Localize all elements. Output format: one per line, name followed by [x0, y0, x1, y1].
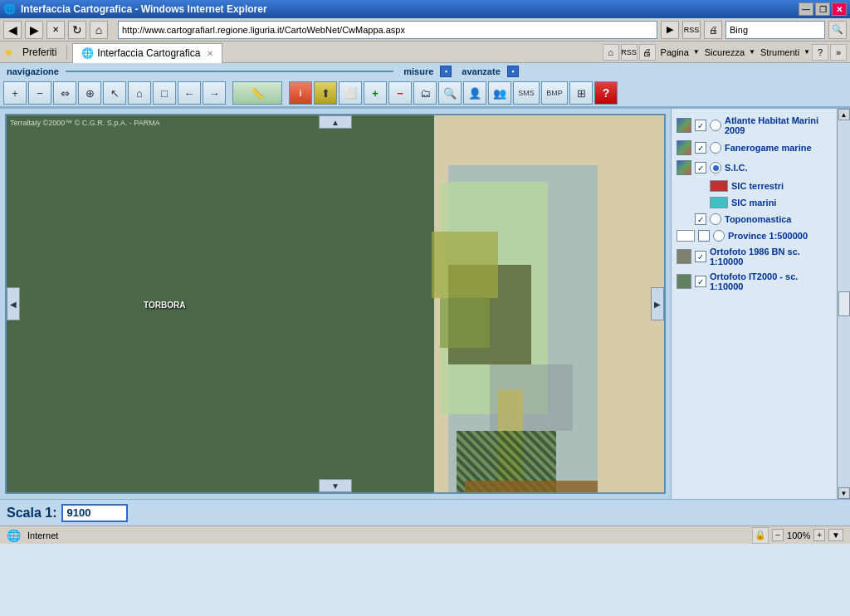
go-button[interactable]: ▶ [661, 21, 679, 39]
misure-toggle[interactable]: ▪ [440, 66, 452, 77]
fanerogame-checkbox[interactable]: ✓ [695, 142, 706, 154]
measure-btn[interactable]: 📏 [232, 81, 282, 105]
scroll-thumb[interactable] [838, 291, 850, 316]
legend-item-sic-terrestri: SIC terrestri [710, 180, 832, 192]
zoom-out-status[interactable]: − [772, 529, 784, 541]
zoom-level: 100% [787, 530, 810, 540]
atlante-radio[interactable] [710, 120, 721, 131]
search-input[interactable] [725, 21, 825, 39]
help-btn[interactable]: ? [812, 44, 828, 61]
more-btn[interactable]: » [830, 44, 847, 61]
toponomastica-radio[interactable] [710, 213, 721, 225]
search-map-btn[interactable]: 🔍 [438, 81, 462, 105]
avanzate-section-label: avanzate [458, 65, 506, 78]
zoom-out-btn[interactable]: − [28, 81, 51, 105]
current-tab[interactable]: 🌐 Interfaccia Cartografica ✕ [72, 43, 222, 63]
zoom-in-status[interactable]: + [813, 529, 825, 541]
sic-marini-swatch [710, 197, 728, 208]
page-label[interactable]: Pagina [657, 46, 692, 59]
security-dropdown[interactable]: Sicurezza ▼ [701, 46, 755, 59]
tools-dropdown[interactable]: Strumenti ▼ [757, 46, 810, 59]
remove-btn[interactable]: − [388, 81, 412, 105]
ortofoto2000-thumb [677, 274, 691, 289]
ortofoto1986-checkbox[interactable]: ✓ [695, 251, 706, 262]
map-scroll-up[interactable]: ▲ [319, 115, 352, 129]
back-button[interactable]: ◀ [3, 21, 22, 39]
tools-dropdown-arrow[interactable]: ▼ [804, 48, 810, 56]
ortofoto2000-label: Ortofoto IT2000 - sc. 1:10000 [710, 271, 832, 291]
home-icon-btn[interactable]: ⌂ [603, 44, 619, 61]
tools-label[interactable]: Strumenti [757, 46, 803, 59]
full-extent-btn[interactable]: □ [153, 81, 176, 105]
forward-button[interactable]: ▶ [25, 21, 43, 39]
stop-button[interactable]: ✕ [46, 21, 65, 39]
prev-extent-btn[interactable]: ← [178, 81, 201, 105]
zoom-in-btn[interactable]: + [3, 81, 27, 105]
grid-btn[interactable]: ⊞ [569, 81, 593, 105]
toponomastica-checkbox[interactable]: ✓ [695, 213, 706, 225]
ie-toolbar-right: ⌂ RSS 🖨 Pagina ▼ Sicurezza ▼ Strumenti ▼… [603, 44, 847, 61]
sic-radio[interactable] [710, 162, 721, 174]
minimize-button[interactable]: — [799, 2, 813, 16]
map-scroll-right[interactable]: ▶ [651, 287, 664, 320]
legend-item-sic-marini: SIC marini [710, 197, 832, 208]
scroll-up-arrow[interactable]: ▲ [838, 109, 850, 120]
map-scroll-down[interactable]: ▼ [319, 479, 352, 492]
sic-marini-label: SIC marini [731, 198, 776, 208]
sic-checkbox[interactable]: ✓ [695, 162, 706, 174]
restore-button[interactable]: ❐ [815, 2, 830, 16]
misure-section-label: misure [400, 65, 440, 78]
figure-btn2[interactable]: 👥 [488, 81, 511, 105]
sic-terrestri-label: SIC terrestri [731, 181, 784, 191]
province-checkbox[interactable] [698, 230, 710, 242]
zoom-rect-btn[interactable]: ⊕ [78, 81, 101, 105]
print-icon-btn[interactable]: 🖨 [639, 44, 656, 61]
scroll-down-arrow[interactable]: ▼ [838, 487, 850, 499]
upload-btn[interactable]: ⬆ [314, 81, 337, 105]
tab-close-icon[interactable]: ✕ [207, 49, 213, 58]
bmp-btn[interactable]: BMP [541, 81, 568, 105]
pan-btn[interactable]: ⇔ [53, 81, 76, 105]
refresh-button[interactable]: ↻ [68, 21, 86, 39]
rss-button[interactable]: RSS [682, 21, 701, 39]
favorites-bar: ★ Preferiti 🌐 Interfaccia Cartografica ✕… [0, 42, 850, 63]
sms-btn[interactable]: SMS [513, 81, 540, 105]
atlante-checkbox[interactable]: ✓ [695, 120, 706, 131]
select-area-btn[interactable]: ⬜ [339, 81, 362, 105]
home-extent-btn[interactable]: ⌂ [128, 81, 151, 105]
favorites-menu-item[interactable]: Preferiti [17, 45, 61, 60]
layers-btn[interactable]: 🗂 [413, 81, 437, 105]
fanerogame-label: Fanerogame marine [725, 143, 812, 153]
atlante-label: Atlante Habitat Marini 2009 [725, 115, 832, 135]
page-dropdown[interactable]: Pagina ▼ [657, 46, 700, 59]
help-tool-btn[interactable]: ? [594, 81, 618, 105]
legend-item-sic: ✓ S.I.C. [677, 160, 832, 175]
scale-input[interactable] [61, 504, 128, 522]
fanerogame-radio[interactable] [710, 142, 721, 154]
avanzate-toggle[interactable]: ▪ [507, 66, 519, 77]
select-btn[interactable]: ↖ [103, 81, 126, 105]
ortofoto2000-checkbox[interactable]: ✓ [695, 276, 706, 287]
province-radio[interactable] [713, 230, 725, 242]
security-dropdown-arrow[interactable]: ▼ [749, 48, 755, 56]
home-button[interactable]: ⌂ [90, 21, 108, 39]
security-label[interactable]: Sicurezza [701, 46, 748, 59]
print-button[interactable]: 🖨 [704, 21, 722, 39]
figure-btn1[interactable]: 👤 [463, 81, 486, 105]
info-btn[interactable]: i [289, 81, 312, 105]
search-button[interactable]: 🔍 [828, 21, 847, 39]
rss-icon-btn[interactable]: RSS [621, 44, 638, 61]
zoom-dropdown-status[interactable]: ▼ [828, 529, 843, 541]
legend-item-ortofoto1986: ✓ Ortofoto 1986 BN sc. 1:10000 [677, 247, 832, 266]
add-btn[interactable]: + [364, 81, 387, 105]
address-input[interactable] [118, 21, 657, 39]
security-status-icon[interactable]: 🔒 [752, 527, 769, 544]
map-scroll-left[interactable]: ◀ [7, 287, 20, 320]
title-bar: 🌐 Interfaccia Cartografica - Windows Int… [0, 0, 850, 18]
close-button[interactable]: ✕ [832, 2, 847, 16]
status-text: Internet [27, 530, 58, 540]
next-extent-btn[interactable]: → [203, 81, 226, 105]
address-bar: ◀ ▶ ✕ ↻ ⌂ ▶ RSS 🖨 🔍 [0, 18, 850, 42]
fanerogame-icon [677, 140, 691, 155]
page-dropdown-arrow[interactable]: ▼ [693, 48, 700, 56]
